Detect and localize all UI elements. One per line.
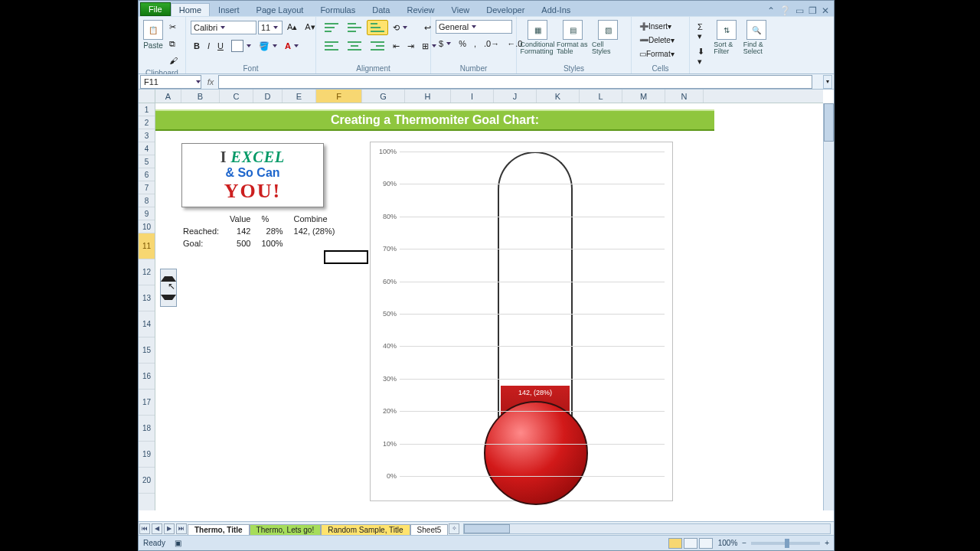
- column-header[interactable]: I: [451, 90, 494, 103]
- column-header[interactable]: B: [181, 90, 220, 103]
- column-header[interactable]: A: [155, 90, 181, 103]
- new-sheet-button[interactable]: ✧: [449, 523, 459, 534]
- paste-button[interactable]: 📋 Paste: [143, 20, 163, 50]
- tab-addins[interactable]: Add-Ins: [533, 3, 579, 16]
- sort-filter-button[interactable]: ⇅Sort & Filter: [714, 20, 740, 55]
- copy-button[interactable]: ⧉: [166, 37, 183, 52]
- underline-button[interactable]: U: [214, 39, 227, 53]
- worksheet-grid[interactable]: ABCDEFGHIJKLMN 1234567891011121314151617…: [139, 90, 834, 521]
- minimize-icon[interactable]: ▭: [795, 5, 804, 16]
- spin-button-control[interactable]: [160, 269, 177, 307]
- row-header[interactable]: 13: [139, 285, 155, 311]
- delete-cells-button[interactable]: ➖ Delete ▾: [636, 34, 678, 47]
- align-right-button[interactable]: [367, 38, 388, 54]
- zoom-level[interactable]: 100%: [718, 539, 738, 547]
- macro-record-icon[interactable]: ▣: [175, 539, 181, 547]
- align-middle-button[interactable]: [344, 20, 365, 35]
- restore-icon[interactable]: ❐: [808, 5, 817, 16]
- close-icon[interactable]: ✕: [822, 5, 829, 16]
- format-as-table-button[interactable]: ▤Format as Table: [557, 20, 589, 55]
- align-bottom-button[interactable]: [367, 20, 388, 35]
- row-header[interactable]: 7: [139, 181, 155, 194]
- font-size-combo[interactable]: 11: [258, 21, 283, 34]
- row-header[interactable]: 17: [139, 390, 155, 416]
- sheet-nav-last[interactable]: ⏭: [176, 523, 187, 534]
- tab-data[interactable]: Data: [364, 3, 398, 16]
- fill-button[interactable]: ⬇ ▾: [694, 44, 710, 69]
- page-layout-view-button[interactable]: [684, 538, 697, 549]
- tab-file[interactable]: File: [140, 2, 171, 16]
- tab-formulas[interactable]: Formulas: [312, 3, 364, 16]
- row-header[interactable]: 15: [139, 337, 155, 364]
- italic-button[interactable]: I: [204, 39, 213, 53]
- sheet-tab[interactable]: Thermo, Title: [188, 524, 250, 535]
- tab-review[interactable]: Review: [398, 3, 443, 16]
- name-box[interactable]: F11: [140, 75, 201, 89]
- percent-button[interactable]: %: [456, 37, 469, 51]
- align-center-button[interactable]: [344, 38, 365, 54]
- column-header[interactable]: G: [362, 90, 405, 103]
- expand-formula-bar-button[interactable]: ▾: [823, 75, 832, 89]
- horizontal-scrollbar[interactable]: [463, 523, 831, 534]
- increase-indent-button[interactable]: ⇥: [404, 39, 417, 54]
- currency-button[interactable]: $: [436, 37, 454, 51]
- row-header[interactable]: 20: [139, 468, 155, 494]
- column-header[interactable]: F: [316, 90, 362, 103]
- fx-icon[interactable]: fx: [203, 77, 218, 86]
- column-headers[interactable]: ABCDEFGHIJKLMN: [155, 90, 823, 103]
- column-header[interactable]: N: [665, 90, 704, 103]
- comma-button[interactable]: ,: [471, 37, 479, 51]
- row-header[interactable]: 16: [139, 364, 155, 390]
- sheet-nav-next[interactable]: ▶: [164, 523, 175, 534]
- border-button[interactable]: [228, 37, 254, 54]
- column-header[interactable]: J: [494, 90, 537, 103]
- select-all-corner[interactable]: [139, 90, 155, 103]
- minimize-ribbon-icon[interactable]: ⌃: [767, 5, 775, 16]
- page-break-view-button[interactable]: [699, 538, 713, 549]
- column-header[interactable]: L: [580, 90, 622, 103]
- row-header[interactable]: 5: [139, 155, 155, 168]
- scroll-thumb[interactable]: [824, 103, 834, 142]
- find-select-button[interactable]: 🔍Find & Select: [743, 20, 769, 55]
- slider-knob[interactable]: [785, 539, 789, 548]
- tab-home[interactable]: Home: [171, 3, 210, 16]
- column-header[interactable]: C: [220, 90, 253, 103]
- row-header[interactable]: 3: [139, 129, 155, 142]
- row-header[interactable]: 19: [139, 442, 155, 468]
- orientation-button[interactable]: ⟲: [390, 21, 410, 35]
- format-painter-button[interactable]: 🖌: [166, 54, 183, 69]
- cells-area[interactable]: Creating a Thermomiter Goal Chart: I EXC…: [155, 103, 823, 510]
- autosum-button[interactable]: Σ ▾: [694, 20, 710, 44]
- tab-page-layout[interactable]: Page Layout: [248, 3, 312, 16]
- normal-view-button[interactable]: [668, 538, 682, 549]
- decrease-indent-button[interactable]: ⇤: [390, 39, 403, 54]
- sheet-tab[interactable]: Thermo, Lets go!: [250, 524, 322, 535]
- row-header[interactable]: 1: [139, 103, 155, 116]
- insert-cells-button[interactable]: ➕ Insert ▾: [636, 20, 675, 33]
- column-header[interactable]: M: [622, 90, 665, 103]
- sheet-tab[interactable]: Random Sample, Title: [321, 524, 410, 535]
- row-headers[interactable]: 1234567891011121314151617181920: [139, 103, 155, 510]
- row-header[interactable]: 8: [139, 194, 155, 207]
- formula-input[interactable]: [218, 75, 812, 89]
- row-header[interactable]: 9: [139, 207, 155, 220]
- align-top-button[interactable]: [321, 20, 342, 35]
- row-header[interactable]: 2: [139, 116, 155, 129]
- column-header[interactable]: K: [537, 90, 580, 103]
- font-name-combo[interactable]: Calibri: [191, 21, 256, 34]
- row-header[interactable]: 18: [139, 416, 155, 442]
- thermometer-chart[interactable]: 142, (28%) 0%10%20%30%40%50%60%70%80%90%…: [370, 142, 673, 501]
- grow-font-button[interactable]: A▴: [284, 20, 300, 34]
- tab-developer[interactable]: Developer: [478, 3, 533, 16]
- column-header[interactable]: H: [405, 90, 451, 103]
- increase-decimal-button[interactable]: .0→: [481, 37, 502, 51]
- column-header[interactable]: E: [283, 90, 316, 103]
- bold-button[interactable]: B: [191, 39, 203, 53]
- cell-styles-button[interactable]: ▧Cell Styles: [592, 20, 624, 55]
- zoom-out-button[interactable]: −: [742, 539, 746, 547]
- column-header[interactable]: D: [253, 90, 283, 103]
- row-header[interactable]: 4: [139, 142, 155, 155]
- help-icon[interactable]: ❔: [779, 5, 791, 16]
- row-header[interactable]: 12: [139, 259, 155, 285]
- row-header[interactable]: 10: [139, 220, 155, 233]
